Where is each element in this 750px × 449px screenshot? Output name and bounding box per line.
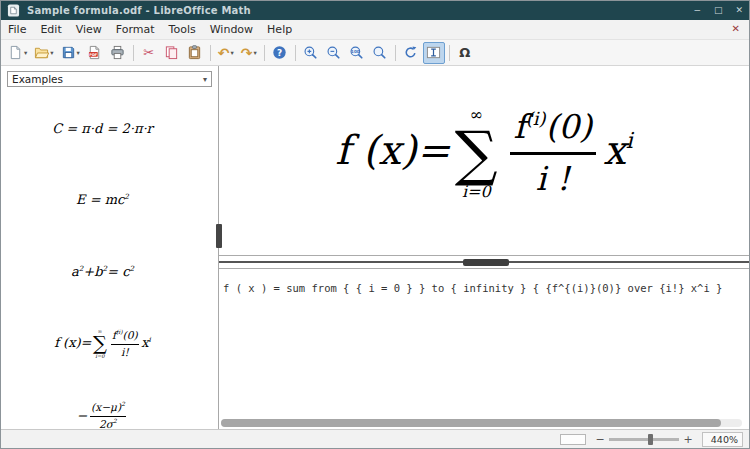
cut-button[interactable]: ✂ <box>138 42 160 64</box>
math-fraction: f(i)(0)i ! <box>510 106 596 200</box>
window-controls: −□✕ <box>693 6 743 15</box>
zoom-icon <box>372 45 387 60</box>
copy-icon <box>164 45 179 60</box>
zoom-in-button[interactable] <box>300 42 322 64</box>
sum-lower-limit: i=0 <box>95 353 104 360</box>
cut-icon: ✂ <box>143 46 154 59</box>
menu-tools[interactable]: Tools <box>162 20 203 39</box>
fraction-bar <box>90 416 126 417</box>
menu-format[interactable]: Format <box>109 20 162 39</box>
scrollbar-thumb[interactable] <box>221 419 721 427</box>
chevron-down-icon: ▾ <box>203 75 207 84</box>
example-pythagorean-theorem[interactable]: a2+b2= c2 <box>1 236 218 308</box>
save-button[interactable]: ▾ <box>58 42 83 64</box>
examples-selector[interactable]: Examples ▾ <box>7 71 212 87</box>
example-formula: a2+b2= c2 <box>71 264 134 279</box>
horizontal-splitter[interactable] <box>219 256 749 268</box>
zoom-slider-handle[interactable] <box>648 434 653 445</box>
example-circle-circumference[interactable]: C = π·d = 2·π·r <box>1 92 218 164</box>
splitter-handle[interactable] <box>463 259 509 266</box>
math-text: a <box>71 265 79 280</box>
zoom-out-button[interactable] <box>323 42 345 64</box>
new-icon <box>8 45 23 60</box>
undo-icon: ↶ <box>218 46 230 60</box>
editor-hscrollbar[interactable] <box>221 419 742 427</box>
export-pdf-button[interactable]: PDF <box>84 42 106 64</box>
window-title: Sample formula.odf - LibreOffice Math <box>27 5 251 16</box>
rendered-formula: f (x)=∞∑i=0f(i)(0)i !xi <box>335 105 633 202</box>
redo-icon: ↷ <box>241 46 253 60</box>
menubar-items: FileEditViewFormatToolsWindowHelp <box>1 20 299 39</box>
formula-preview[interactable]: f (x)=∞∑i=0f(i)(0)i !xi <box>219 66 749 256</box>
formula-cursor-button[interactable] <box>423 42 445 64</box>
math-text: = c <box>107 265 129 280</box>
menu-view[interactable]: View <box>69 20 109 39</box>
toolbar-separator <box>395 45 396 61</box>
maximize-button[interactable]: □ <box>714 6 723 15</box>
dropdown-arrow-icon: ▾ <box>231 49 234 57</box>
paste-icon <box>187 45 202 60</box>
copy-button[interactable] <box>161 42 183 64</box>
main-area: f (x)=∞∑i=0f(i)(0)i !xi f ( x ) = sum fr… <box>219 66 749 429</box>
example-mass-energy[interactable]: E = mc2 <box>1 164 218 236</box>
help-button[interactable]: ? <box>269 42 291 64</box>
zoom-100-icon: 100 <box>349 45 364 60</box>
symbols-icon: Ω <box>459 46 470 59</box>
math-text: f (x)= <box>54 335 91 350</box>
refresh-icon <box>403 45 418 60</box>
toolbar-separator <box>449 45 450 61</box>
minimize-button[interactable]: − <box>693 6 701 15</box>
zoom-slider[interactable] <box>609 433 679 446</box>
sidebar-splitter-handle[interactable] <box>216 224 222 248</box>
sum-symbol: ∑ <box>93 335 107 354</box>
math-text: x <box>141 335 148 350</box>
svg-text:PDF: PDF <box>90 53 99 57</box>
zoom-button[interactable] <box>369 42 391 64</box>
command-editor[interactable]: f ( x ) = sum from { { i = 0 } } to { in… <box>219 268 749 429</box>
command-text[interactable]: f ( x ) = sum from { { i = 0 } } to { in… <box>219 269 749 296</box>
refresh-button[interactable] <box>400 42 422 64</box>
menu-help[interactable]: Help <box>260 20 299 39</box>
sum-lower-limit: i=0 <box>462 182 491 202</box>
symbols-button[interactable]: Ω <box>454 42 476 64</box>
zoom-out-control[interactable]: − <box>595 434 605 445</box>
fraction-numerator: f(i)(0) <box>510 106 596 149</box>
status-field <box>560 434 586 445</box>
redo-button[interactable]: ↷▾ <box>238 42 260 64</box>
math-superscript: 2 <box>124 192 129 201</box>
zoom-level[interactable]: 440% <box>702 432 743 447</box>
close-button[interactable]: ✕ <box>735 6 743 15</box>
print-button[interactable] <box>107 42 129 64</box>
svg-text:100: 100 <box>351 49 360 54</box>
close-document-button[interactable]: ✕ <box>723 20 749 39</box>
fraction-bar <box>510 152 596 155</box>
dropdown-arrow-icon: ▾ <box>254 49 257 57</box>
open-icon <box>34 45 49 60</box>
math-text: f <box>514 108 526 146</box>
menu-file[interactable]: File <box>1 20 33 39</box>
fraction-numerator: (x−μ)2 <box>90 401 126 415</box>
svg-text:?: ? <box>277 48 282 58</box>
help-icon: ? <box>272 45 287 60</box>
math-text: (0) <box>546 108 592 146</box>
example-formula: f (x)=∞∑i=0f(i)(0)i!xi <box>54 328 151 360</box>
zoom-100-button[interactable]: 100 <box>346 42 368 64</box>
math-text: x <box>603 127 626 173</box>
toolbar: ▾▾▾PDF✂↶▾↷▾?100Ω <box>1 40 749 66</box>
example-gaussian-partial[interactable]: −(x−μ)22σ2 <box>1 380 218 429</box>
formula-cursor-icon <box>426 45 441 60</box>
paste-button[interactable] <box>184 42 206 64</box>
example-taylor-series[interactable]: f (x)=∞∑i=0f(i)(0)i!xi <box>1 308 218 380</box>
menu-window[interactable]: Window <box>203 20 260 39</box>
menu-edit[interactable]: Edit <box>33 20 68 39</box>
sum-symbol: ∑ <box>455 125 498 182</box>
zoom-in-control[interactable]: + <box>683 434 693 445</box>
save-icon <box>61 45 76 60</box>
math-text: (0) <box>122 329 137 342</box>
new-button[interactable]: ▾ <box>5 42 30 64</box>
math-fraction: f(i)(0)i! <box>111 329 139 360</box>
math-text: f (x)= <box>335 127 450 173</box>
undo-button[interactable]: ↶▾ <box>215 42 237 64</box>
export-pdf-icon: PDF <box>87 45 102 60</box>
open-button[interactable]: ▾ <box>31 42 56 64</box>
